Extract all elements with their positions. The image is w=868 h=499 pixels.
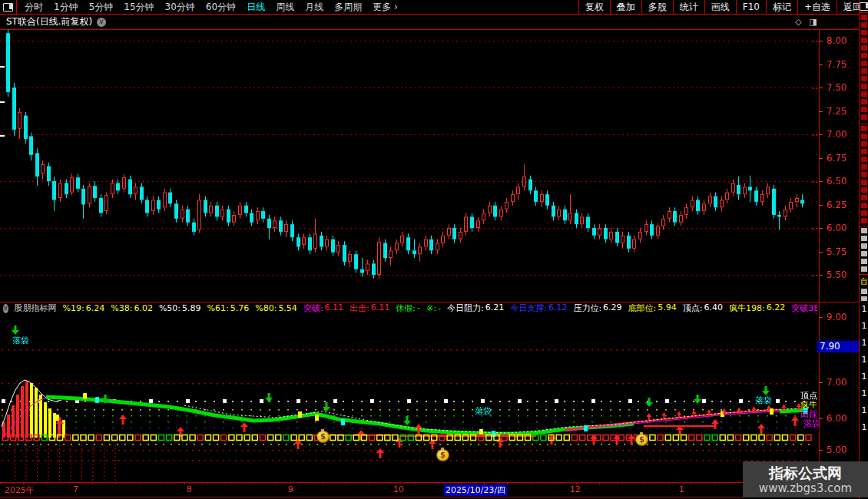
tool-menu: 复权叠加多股统计画线F10标记+自选返回 (578, 0, 868, 14)
watermark-title: 指标公式网 (769, 464, 842, 481)
indicator-stat-15: 突破382:6 (791, 302, 817, 314)
menu-tool-2[interactable]: 多股 (641, 0, 673, 14)
indicator-stat-5: 突破:6.11 (303, 302, 343, 314)
indicator-stat-14: 疯牛198:6.22 (729, 302, 785, 314)
site-watermark: 指标公式网 www.zbgs3.com (743, 461, 868, 497)
price-tick (819, 134, 823, 135)
price-label: 7.50 (827, 82, 847, 93)
price-label: 7.75 (827, 59, 847, 70)
date-axis[interactable]: 2025年789102025/10/23/四121 (0, 482, 868, 497)
title-icon-0[interactable]: ◇ (795, 17, 801, 27)
menu-period-0[interactable]: 分时 (25, 1, 43, 14)
price-label: 5.50 (827, 269, 847, 280)
panel-tick (819, 317, 823, 318)
menu-period-2[interactable]: 5分钟 (89, 1, 114, 14)
menu-period-4[interactable]: 30分钟 (165, 1, 195, 14)
price-label: 5.75 (827, 246, 847, 257)
date-label-2[interactable]: 8 (187, 484, 192, 494)
price-tick (819, 228, 823, 229)
menu-tool-0[interactable]: 复权 (578, 0, 610, 14)
price-label: 6.00 (827, 223, 847, 233)
indicator-stat-12: 底部位:5.94 (628, 302, 677, 314)
title-right-icons: ◇◨ (795, 17, 817, 27)
date-label-4[interactable]: 10 (393, 484, 404, 494)
indicator-stat-9: 今日阻力:6.21 (447, 302, 504, 314)
vertical-tab-red-2[interactable] (861, 126, 867, 224)
indicator-stat-3: %61:5.76 (207, 303, 250, 313)
menu-period-10[interactable]: 更多 › (373, 1, 398, 14)
top-menu-bar: 分时1分钟5分钟15分钟30分钟60分钟日线周线月线多周期更多 › 复权叠加多股… (0, 0, 868, 15)
indicator-panel[interactable] (0, 315, 819, 481)
panel-price-label: 7.00 (827, 377, 847, 388)
menu-tool-6[interactable]: 标记 (766, 0, 797, 14)
indicator-stat-10: 今日支撑:6.12 (510, 302, 567, 314)
price-tick (819, 41, 823, 41)
indicator-stat-1: %38:6.02 (111, 303, 153, 313)
period-menu: 分时1分钟5分钟15分钟30分钟60分钟日线周线月线多周期更多 › (17, 1, 398, 14)
indicator-source: 股朋指标网 (15, 302, 57, 314)
panel-price-label: 9.00 (827, 312, 847, 322)
price-label: 7.25 (827, 106, 847, 117)
price-tick (819, 252, 823, 253)
price-tick (819, 158, 823, 159)
title-icon-1[interactable]: ◨ (810, 17, 817, 27)
group-number-column[interactable]: 11111111 (860, 301, 868, 436)
title-bar: ST联合(日线.前复权) ∨ ◇◨ (0, 15, 859, 30)
menu-period-7[interactable]: 周线 (276, 1, 294, 14)
price-tick (819, 88, 823, 88)
indicator-stat-2: %50:5.89 (159, 303, 201, 313)
date-label-5[interactable]: 2025/10/23/四 (444, 484, 507, 496)
panel-price-label: 5.00 (827, 444, 847, 455)
group-number-4[interactable]: 1 (860, 368, 868, 385)
menu-tool-1[interactable]: 叠加 (610, 0, 641, 14)
menu-period-5[interactable]: 60分钟 (206, 1, 236, 14)
menu-period-3[interactable]: 15分钟 (124, 1, 154, 14)
group-number-5[interactable]: 1 (860, 385, 868, 402)
menu-tool-7[interactable]: +自选 (797, 0, 837, 14)
panel-tick (819, 382, 823, 383)
price-label: 6.75 (827, 153, 847, 164)
price-label: 6.50 (827, 176, 847, 187)
vertical-tab-red-1[interactable] (861, 15, 867, 122)
indicator-stat-6: 出击:6.11 (350, 302, 389, 314)
vertical-tab-self[interactable]: 自 (860, 276, 868, 287)
main-kline-chart[interactable] (0, 29, 819, 302)
menu-period-8[interactable]: 月线 (305, 1, 323, 14)
chevron-down-icon[interactable]: ∨ (3, 304, 8, 313)
vertical-tab-white-2[interactable] (861, 289, 867, 301)
indicator-stat-4: %80:5.54 (255, 303, 297, 313)
menu-tool-4[interactable]: 画线 (704, 0, 736, 14)
menu-period-1[interactable]: 1分钟 (54, 1, 78, 14)
price-label: 6.25 (827, 200, 847, 210)
group-number-3[interactable]: 1 (860, 352, 868, 368)
price-tick (819, 205, 823, 206)
panel-price-label: 6.00 (827, 413, 847, 424)
date-label-1[interactable]: 7 (73, 484, 78, 494)
menu-period-6[interactable]: 日线 (247, 1, 265, 14)
menu-period-9[interactable]: 多周期 (334, 1, 362, 14)
price-tick (819, 64, 823, 65)
price-label: 7.00 (827, 129, 847, 140)
date-label-0[interactable]: 2025年 (5, 484, 35, 496)
group-number-6[interactable]: 1 (860, 402, 868, 419)
indicator-stat-7: 休假:- (396, 302, 420, 314)
date-label-6[interactable]: 12 (570, 484, 581, 494)
stock-title: ST联合(日线.前复权) (0, 15, 92, 28)
date-label-3[interactable]: 9 (288, 484, 293, 494)
group-number-0[interactable]: 1 (860, 301, 868, 318)
window-layout-icon[interactable] (0, 0, 17, 14)
price-axis-line (819, 29, 820, 481)
group-number-7[interactable]: 1 (860, 419, 868, 436)
menu-tool-5[interactable]: F10 (736, 0, 766, 14)
vertical-tab-white[interactable] (861, 228, 867, 273)
panel-tick (819, 418, 823, 419)
date-label-7[interactable]: 1 (679, 484, 684, 494)
window-icon[interactable] (860, 2, 868, 11)
indicator-stat-11: 压力位:6.29 (573, 302, 621, 314)
group-number-2[interactable]: 1 (860, 335, 868, 352)
right-vertical-toolbar[interactable]: 自 11111111 (859, 0, 868, 499)
price-tick (819, 181, 823, 182)
menu-tool-3[interactable]: 统计 (673, 0, 704, 14)
group-number-1[interactable]: 1 (860, 318, 868, 335)
chevron-down-icon[interactable]: ∨ (97, 18, 106, 27)
